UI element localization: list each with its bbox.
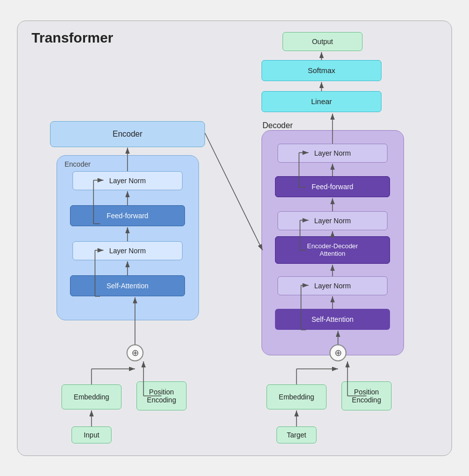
transformer-box: Transformer Output Softmax Linear Encode… (17, 21, 452, 456)
enc-plus-circle: ⊕ (126, 344, 144, 361)
decoder-label: Decoder (262, 121, 292, 130)
input-box: Input (72, 426, 112, 443)
dec-plus-circle: ⊕ (330, 344, 346, 361)
enc-layer-norm-top: Layer Norm (72, 171, 182, 190)
svg-line-18 (205, 133, 262, 250)
dec-enc-dec-attention: Encoder-DecoderAttention (275, 236, 390, 264)
enc-self-attention: Self-Attention (70, 275, 185, 296)
dec-layer-norm-mid2: Layer Norm (278, 211, 388, 230)
enc-embedding-box: Embedding (62, 384, 122, 409)
dec-embedding-box: Embedding (266, 384, 326, 409)
transformer-title: Transformer (32, 30, 113, 46)
dec-layer-norm-top: Layer Norm (278, 144, 388, 163)
dec-self-attention: Self-Attention (275, 309, 390, 330)
output-box: Output (282, 32, 362, 51)
encoder-inner-label: Encoder (64, 160, 90, 168)
enc-pos-encoding-box: PositionEncoding (136, 381, 186, 410)
main-container: Transformer Output Softmax Linear Encode… (0, 0, 469, 476)
target-box: Target (276, 426, 316, 443)
dec-pos-encoding-box: PositionEncoding (342, 381, 392, 410)
dec-layer-norm-mid1: Layer Norm (278, 276, 388, 295)
dec-feedforward: Feed-forward (275, 176, 390, 197)
encoder-outer-box: Encoder (50, 121, 205, 147)
softmax-box: Softmax (262, 60, 382, 81)
enc-layer-norm-mid: Layer Norm (72, 241, 182, 260)
linear-box: Linear (262, 91, 382, 112)
enc-feedforward: Feed-forward (70, 205, 185, 226)
